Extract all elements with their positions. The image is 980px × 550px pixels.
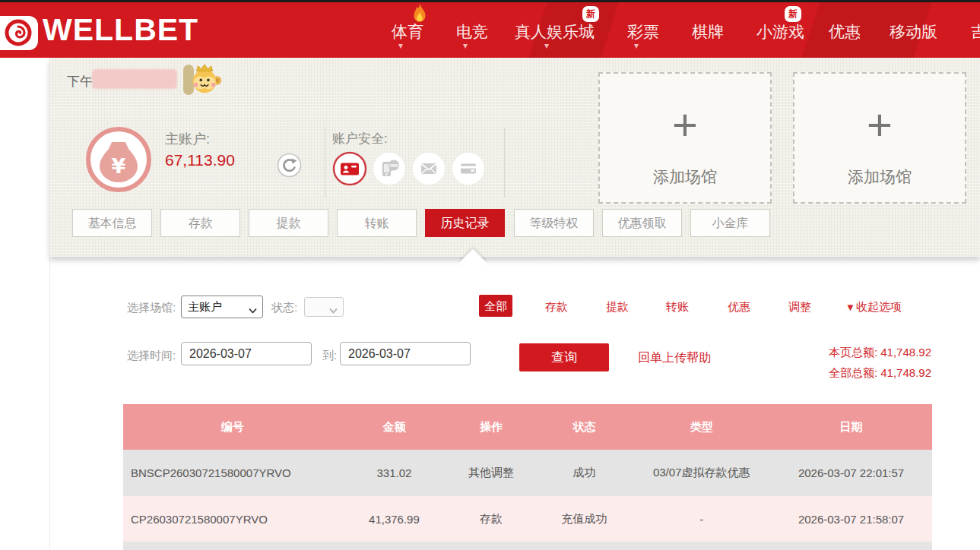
col-header-status: 状态 — [536, 404, 633, 450]
add-venue-box[interactable]: + 添加场馆 — [793, 72, 966, 204]
tab-transfer[interactable]: 转账 — [337, 209, 417, 237]
tab-vault[interactable]: 小金库 — [690, 209, 770, 237]
divider — [325, 128, 325, 198]
venue-select-value: 主账户 — [188, 300, 222, 315]
top-nav-bar: WELLBET 体育 电竞 真人娱乐城 彩票 棋牌 小游戏 优惠 移动版 吉 ▾… — [0, 0, 980, 58]
nav-item-mini-games[interactable]: 小游戏 — [756, 21, 804, 43]
bank-card-icon[interactable] — [451, 151, 486, 189]
add-venue-box[interactable]: + 添加场馆 — [598, 72, 772, 204]
table-row: CP26030721580007YRVO 41,376.99 存款 充值成功 -… — [123, 496, 932, 542]
svg-text:¥: ¥ — [112, 154, 126, 178]
chevron-down-icon: ▾ — [463, 40, 468, 51]
venue-select[interactable]: 主账户 — [181, 296, 263, 318]
col-header-operation: 操作 — [447, 404, 536, 450]
nav-item-mobile[interactable]: 移动版 — [890, 21, 937, 43]
col-header-date: 日期 — [770, 404, 932, 450]
cell-amount: 41,376.99 — [341, 496, 446, 542]
nav-item-esports[interactable]: 电竞 — [456, 21, 488, 43]
divider — [49, 257, 50, 550]
page: WELLBET 体育 电竞 真人娱乐城 彩票 棋牌 小游戏 优惠 移动版 吉 ▾… — [0, 0, 980, 550]
monkey-emoji-icon — [189, 62, 224, 100]
plus-icon: + — [794, 103, 965, 147]
new-badge: 新 — [785, 6, 801, 22]
main-account-label: 主账户: — [165, 130, 210, 148]
nav-item-board-games[interactable]: 棋牌 — [692, 21, 724, 43]
top-dark-strip — [0, 0, 980, 2]
type-tab-transfer[interactable]: 转账 — [666, 300, 689, 315]
money-bag-icon: ¥ — [85, 126, 152, 196]
type-tab-promo[interactable]: 优惠 — [728, 300, 750, 315]
cell-type: 03/07虚拟存款优惠 — [633, 450, 770, 496]
col-header-type: 类型 — [633, 404, 770, 450]
chevron-down-icon — [329, 303, 338, 316]
all-total: 全部总额: 41,748.92 — [760, 362, 931, 383]
username-redaction — [92, 69, 177, 89]
cell-date: 2026-03-07 21:58:07 — [770, 496, 932, 542]
status-filter-label: 状态: — [271, 301, 297, 315]
to-label: 到: — [322, 349, 337, 363]
sms-phone-icon[interactable]: SMS — [372, 151, 407, 189]
nav-item-live-casino[interactable]: 真人娱乐城 — [515, 21, 595, 43]
brand-wordmark[interactable]: WELLBET — [43, 12, 198, 48]
tab-deposit[interactable]: 存款 — [160, 209, 240, 237]
account-security-label: 账户安全: — [332, 130, 388, 147]
chevron-down-icon: ▾ — [634, 40, 639, 51]
divider — [504, 128, 505, 198]
cell-amount: 331.02 — [341, 450, 446, 496]
new-badge: 新 — [582, 6, 599, 22]
nav-item-sports[interactable]: 体育 — [392, 21, 423, 43]
cell-id: CP26030721580007YRVO — [123, 496, 341, 542]
cell-status: 充值成功 — [536, 496, 633, 542]
date-to-input[interactable]: 2026-03-07 — [340, 342, 471, 365]
tab-withdraw[interactable]: 提款 — [249, 209, 328, 237]
type-tab-adjust[interactable]: 调整 — [788, 300, 811, 315]
account-balance: 67,113.90 — [165, 151, 235, 169]
history-table: 编号 金额 操作 状态 类型 日期 BNSCP26030721580007YRV… — [123, 404, 932, 550]
chevron-down-icon: ▾ — [544, 40, 549, 51]
tab-history-active[interactable]: 历史记录 — [425, 209, 505, 237]
type-tab-all-active[interactable]: 全部 — [479, 295, 512, 317]
venue-filter-label: 选择场馆: — [127, 301, 176, 315]
tab-promo-claim[interactable]: 优惠领取 — [602, 209, 682, 237]
nav-item-clipped[interactable]: 吉 — [971, 21, 980, 43]
cell-id: BNSCP26030721580007YRVO — [123, 450, 341, 496]
type-tab-withdraw[interactable]: 提款 — [606, 300, 629, 315]
chevron-down-icon: ▾ — [398, 40, 403, 51]
add-venue-label: 添加场馆 — [600, 166, 770, 188]
date-from-input[interactable]: 2026-03-07 — [181, 342, 312, 365]
table-row: BNSCP26030721580007YRVO 331.02 其他调整 成功 0… — [123, 450, 932, 496]
query-button[interactable]: 查询 — [519, 343, 609, 371]
chevron-down-icon — [249, 303, 257, 316]
plus-icon: + — [600, 103, 770, 147]
totals-block: 本页总额: 41,748.92 全部总额: 41,748.92 — [760, 342, 931, 383]
cell-operation: 其他调整 — [447, 450, 536, 496]
svg-text:SMS: SMS — [389, 163, 398, 168]
refresh-balance-button[interactable] — [277, 153, 302, 181]
id-card-verified-icon[interactable] — [332, 151, 367, 189]
account-panel: 下午好 ¥ — [49, 58, 980, 257]
page-total: 本页总额: 41,748.92 — [760, 342, 931, 362]
tab-vip-privileges[interactable]: 等级特权 — [514, 209, 594, 237]
collapse-options-label: 收起选项 — [856, 300, 902, 313]
col-header-id: 编号 — [123, 404, 341, 450]
cell-type: - — [633, 496, 770, 542]
type-tab-deposit[interactable]: 存款 — [545, 300, 568, 315]
cell-operation: 存款 — [447, 496, 536, 542]
cell-date: 2026-03-07 22:01:57 — [770, 450, 932, 496]
email-icon[interactable] — [411, 151, 446, 189]
col-header-amount: 金额 — [341, 404, 446, 450]
cell-status: 成功 — [536, 450, 633, 496]
collapse-options-link[interactable]: ▼收起选项 — [845, 300, 902, 315]
table-row-partial — [123, 542, 932, 550]
tab-basic-info[interactable]: 基本信息 — [72, 209, 152, 237]
status-select[interactable] — [304, 297, 344, 317]
triangle-down-icon: ▼ — [845, 302, 855, 313]
nav-item-lottery[interactable]: 彩票 — [627, 21, 659, 43]
time-filter-label: 选择时间: — [127, 349, 176, 363]
wellbet-logo-icon[interactable] — [0, 16, 38, 50]
add-venue-label: 添加场馆 — [794, 166, 965, 188]
nav-item-promotions[interactable]: 优惠 — [829, 21, 861, 43]
table-header-row: 编号 金额 操作 状态 类型 日期 — [123, 404, 932, 450]
receipt-upload-help-link[interactable]: 回单上传帮助 — [638, 350, 711, 366]
